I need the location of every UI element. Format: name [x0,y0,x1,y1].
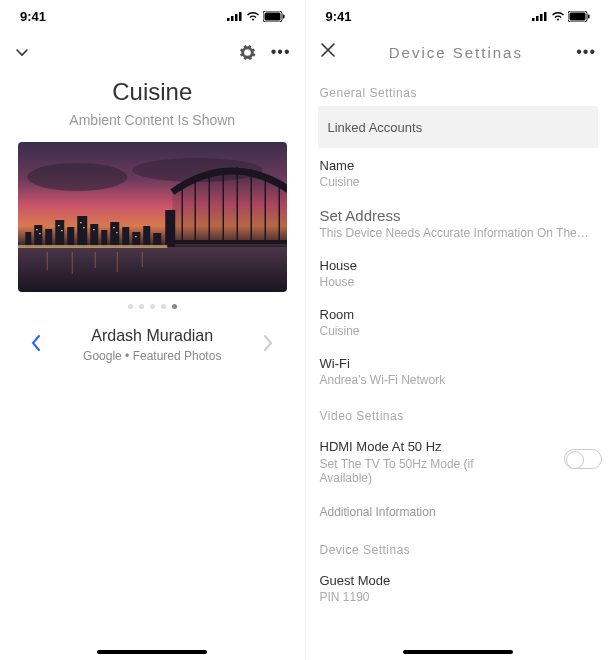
prev-arrow-button[interactable] [26,330,46,361]
svg-rect-23 [45,229,52,247]
artist-source: Google • Featured Photos [83,349,221,363]
field-value: Cuisine [320,324,597,338]
battery-icon [263,11,285,22]
field-name[interactable]: Name Cuisine [306,148,611,197]
svg-rect-39 [83,227,84,228]
status-icons [227,11,285,22]
field-hdmi[interactable]: HDMI Mode At 50 Hz Set The TV To 50Hz Mo… [306,429,611,495]
artist-name: Ardash Muradian [83,327,221,345]
cellular-icon [532,11,548,21]
svg-rect-56 [588,14,590,18]
hdmi-toggle[interactable] [564,449,602,469]
ambient-photo[interactable] [18,142,287,292]
more-icon[interactable]: ••• [271,43,291,61]
close-button[interactable] [320,41,336,63]
additional-info-button[interactable]: Additional Information [306,495,611,529]
page-title: Cuisine [0,78,305,106]
dot-active [172,304,177,309]
wifi-icon [551,11,565,21]
field-label: House [320,258,597,273]
svg-rect-1 [231,16,234,21]
svg-rect-30 [122,227,129,247]
right-header: Device Settinas ••• [306,32,611,72]
svg-rect-36 [58,225,59,226]
svg-rect-34 [36,229,37,230]
status-time: 9:41 [326,9,352,24]
linked-accounts-button[interactable]: Linked Accounts [318,106,599,148]
chevron-down-icon[interactable] [14,44,30,60]
more-icon[interactable]: ••• [576,43,596,61]
field-label: Set Address [320,207,597,224]
svg-rect-22 [34,225,42,247]
svg-rect-51 [536,16,539,21]
svg-point-9 [27,163,127,191]
field-value: Cuisine [320,175,597,189]
svg-rect-55 [570,12,586,20]
left-phone: 9:41 ••• Cuisine Ambient Content Is Show… [0,0,306,660]
artist-row: Ardash Muradian Google • Featured Photos [0,327,305,363]
field-label: Wi-Fi [320,356,597,371]
svg-rect-53 [544,12,547,21]
svg-rect-44 [18,245,167,248]
svg-rect-0 [227,18,230,21]
section-general: General Settinas [306,72,611,106]
status-time: 9:41 [20,9,46,24]
svg-rect-6 [283,14,285,18]
field-value: Andrea's Wi-Fi Network [320,373,597,387]
chevron-left-icon [30,334,42,352]
svg-rect-37 [61,230,62,231]
svg-rect-27 [90,224,98,247]
title-block: Cuisine Ambient Content Is Shown [0,78,305,128]
section-device: Device Settinas [306,529,611,563]
home-indicator[interactable] [97,650,207,654]
svg-rect-35 [39,233,40,234]
field-room[interactable]: Room Cuisine [306,297,611,346]
field-value: Set The TV To 50Hz Mode (if Available) [320,457,520,485]
svg-rect-20 [165,210,175,247]
svg-rect-41 [113,227,114,228]
field-label: Guest Mode [320,573,597,588]
svg-rect-29 [110,222,119,247]
status-bar: 9:41 [306,0,611,32]
svg-rect-31 [132,232,140,247]
svg-rect-2 [235,14,238,21]
svg-rect-32 [143,226,150,247]
svg-rect-8 [18,247,287,292]
chevron-right-icon [262,334,274,352]
field-address[interactable]: Set Address This Device Needs Accurate I… [306,197,611,248]
field-value: House [320,275,597,289]
svg-rect-38 [80,222,81,223]
svg-rect-21 [25,232,31,247]
section-video: Video Settinas [306,395,611,429]
field-value: This Device Needs Accurate Information O… [320,226,597,240]
svg-rect-28 [101,230,107,247]
home-indicator[interactable] [403,650,513,654]
wifi-icon [246,11,260,21]
svg-rect-33 [153,233,161,247]
close-icon [320,42,336,58]
field-wifi[interactable]: Wi-Fi Andrea's Wi-Fi Network [306,346,611,395]
svg-rect-24 [55,220,64,247]
svg-rect-50 [532,18,535,21]
right-phone: 9:41 Device Settinas ••• General Settina… [306,0,611,660]
header-title: Device Settinas [336,44,577,61]
svg-rect-42 [116,232,117,233]
dot [161,304,166,309]
dot [139,304,144,309]
cellular-icon [227,11,243,21]
svg-rect-25 [67,227,74,247]
battery-icon [568,11,590,22]
svg-rect-52 [540,14,543,21]
svg-rect-26 [77,216,87,247]
left-header: ••• [0,32,305,72]
field-label: Room [320,307,597,322]
field-label: HDMI Mode At 50 Hz [320,439,597,454]
page-subtitle: Ambient Content Is Shown [0,112,305,128]
svg-rect-3 [239,12,242,21]
field-guest-mode[interactable]: Guest Mode PIN 1190 [306,563,611,612]
field-house[interactable]: House House [306,248,611,297]
next-arrow-button[interactable] [258,330,278,361]
field-label: Name [320,158,597,173]
gear-icon[interactable] [238,43,257,62]
status-icons [532,11,590,22]
